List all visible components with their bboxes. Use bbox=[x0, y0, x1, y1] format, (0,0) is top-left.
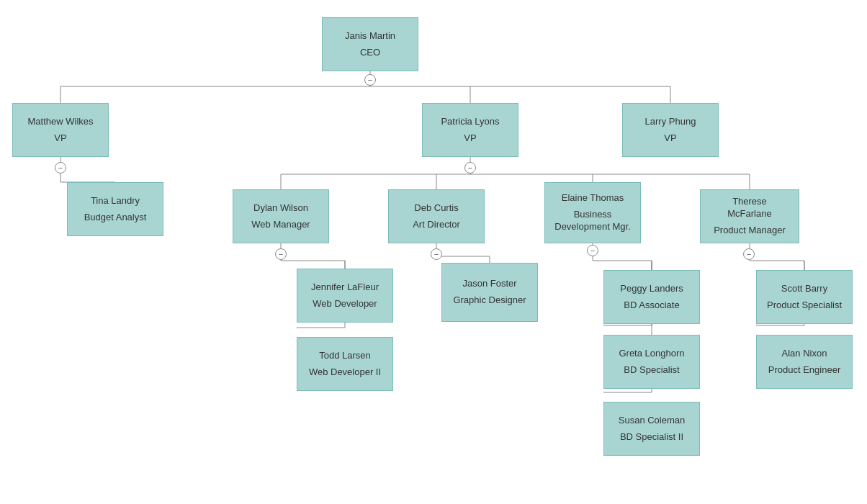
elaine-name: Elaine Thomas bbox=[562, 192, 624, 204]
node-scott: Scott Barry Product Specialist bbox=[756, 270, 853, 324]
alan-name: Alan Nixon bbox=[782, 348, 827, 360]
node-patricia: Patricia Lyons VP bbox=[422, 103, 518, 157]
node-matthew: Matthew Wilkes VP bbox=[12, 103, 109, 157]
susan-title: BD Specialist II bbox=[620, 431, 683, 444]
elaine-title: BusinessDevelopment Mgr. bbox=[554, 209, 631, 233]
jason-title: Graphic Designer bbox=[453, 294, 526, 307]
node-dylan: Dylan Wilson Web Manager bbox=[233, 189, 329, 243]
patricia-title: VP bbox=[464, 132, 476, 145]
peggy-name: Peggy Landers bbox=[620, 283, 683, 295]
matthew-name: Matthew Wilkes bbox=[27, 116, 93, 128]
janis-name: Janis Martin bbox=[345, 30, 395, 42]
collapse-dylan[interactable]: − bbox=[275, 248, 287, 260]
node-alan: Alan Nixon Product Engineer bbox=[756, 335, 853, 389]
org-chart: Janis Martin CEO Matthew Wilkes VP Patri… bbox=[0, 0, 867, 504]
deb-title: Art Director bbox=[413, 219, 460, 231]
jennifer-name: Jennifer LaFleur bbox=[311, 282, 379, 294]
peggy-title: BD Associate bbox=[624, 300, 679, 312]
larry-title: VP bbox=[664, 132, 676, 145]
jason-name: Jason Foster bbox=[462, 278, 516, 290]
jennifer-title: Web Developer bbox=[313, 298, 377, 310]
node-deb: Deb Curtis Art Director bbox=[388, 189, 485, 243]
collapse-janis[interactable]: − bbox=[364, 74, 376, 86]
alan-title: Product Engineer bbox=[768, 364, 840, 377]
collapse-therese[interactable]: − bbox=[743, 248, 755, 260]
node-therese: Therese McFarlane Product Manager bbox=[700, 189, 799, 243]
todd-title: Web Developer II bbox=[309, 366, 381, 379]
dylan-name: Dylan Wilson bbox=[253, 202, 308, 215]
node-peggy: Peggy Landers BD Associate bbox=[603, 270, 700, 324]
node-jason: Jason Foster Graphic Designer bbox=[441, 263, 538, 322]
node-tina: Tina Landry Budget Analyst bbox=[67, 182, 163, 236]
scott-title: Product Specialist bbox=[767, 300, 842, 312]
collapse-deb[interactable]: − bbox=[431, 248, 442, 260]
patricia-name: Patricia Lyons bbox=[441, 116, 499, 128]
greta-name: Greta Longhorn bbox=[619, 348, 684, 360]
tina-title: Budget Analyst bbox=[84, 212, 147, 224]
scott-name: Scott Barry bbox=[781, 283, 827, 295]
larry-name: Larry Phung bbox=[645, 116, 696, 128]
node-susan: Susan Coleman BD Specialist II bbox=[603, 402, 700, 456]
janis-title: CEO bbox=[360, 47, 380, 59]
greta-title: BD Specialist bbox=[624, 364, 679, 377]
node-todd: Todd Larsen Web Developer II bbox=[297, 337, 393, 391]
therese-name: Therese McFarlane bbox=[709, 196, 790, 220]
node-greta: Greta Longhorn BD Specialist bbox=[603, 335, 700, 389]
collapse-matthew[interactable]: − bbox=[55, 162, 66, 174]
node-janis: Janis Martin CEO bbox=[322, 17, 418, 71]
collapse-patricia[interactable]: − bbox=[464, 162, 476, 174]
dylan-title: Web Manager bbox=[251, 219, 310, 231]
therese-title: Product Manager bbox=[714, 225, 786, 237]
node-jennifer: Jennifer LaFleur Web Developer bbox=[297, 269, 393, 323]
todd-name: Todd Larsen bbox=[319, 350, 371, 362]
node-larry: Larry Phung VP bbox=[622, 103, 719, 157]
matthew-title: VP bbox=[54, 132, 66, 145]
tina-name: Tina Landry bbox=[91, 195, 140, 207]
susan-name: Susan Coleman bbox=[619, 415, 686, 427]
node-elaine: Elaine Thomas BusinessDevelopment Mgr. bbox=[544, 182, 641, 243]
collapse-elaine[interactable]: − bbox=[587, 245, 598, 256]
deb-name: Deb Curtis bbox=[414, 202, 458, 215]
